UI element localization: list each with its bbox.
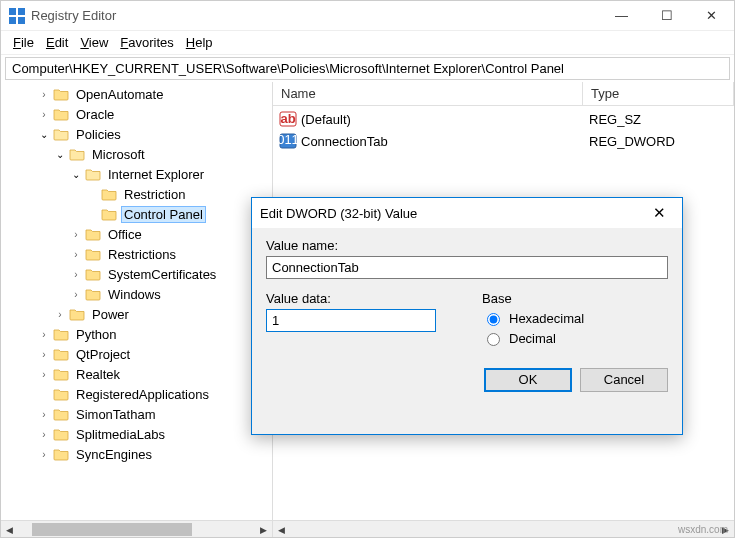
minimize-button[interactable]: — — [599, 1, 644, 31]
menu-file[interactable]: File — [9, 33, 38, 52]
tree-node-label: Control Panel — [121, 206, 206, 223]
close-window-button[interactable]: ✕ — [689, 1, 734, 31]
tree-node[interactable]: ›Restrictions — [5, 244, 272, 264]
chevron-right-icon[interactable]: › — [37, 429, 51, 440]
tree-node-label: SplitmediaLabs — [73, 426, 168, 443]
tree-node[interactable]: ⌄Microsoft — [5, 144, 272, 164]
watermark: wsxdn.com — [678, 524, 728, 535]
tree-node-label: QtProject — [73, 346, 133, 363]
menu-help[interactable]: Help — [182, 33, 217, 52]
menu-favorites[interactable]: Favorites — [116, 33, 177, 52]
chevron-right-icon[interactable]: › — [37, 409, 51, 420]
chevron-right-icon[interactable]: › — [69, 289, 83, 300]
tree-node[interactable]: ›Realtek — [5, 364, 272, 384]
menubar: File Edit View Favorites Help — [1, 31, 734, 55]
chevron-down-icon[interactable]: ⌄ — [53, 149, 67, 160]
chevron-right-icon[interactable]: › — [37, 109, 51, 120]
tree-node[interactable]: ›Power — [5, 304, 272, 324]
app-icon — [9, 8, 25, 24]
svg-text:ab: ab — [280, 111, 295, 126]
chevron-right-icon[interactable]: › — [37, 349, 51, 360]
radio-hexadecimal[interactable] — [487, 313, 500, 326]
window-title: Registry Editor — [31, 8, 599, 23]
scroll-left-icon[interactable]: ◀ — [273, 521, 290, 538]
chevron-right-icon[interactable]: › — [53, 309, 67, 320]
tree-node-label: SimonTatham — [73, 406, 158, 423]
tree-node[interactable]: ›Oracle — [5, 104, 272, 124]
column-type[interactable]: Type — [583, 82, 734, 105]
list-header: Name Type — [273, 82, 734, 106]
svg-rect-0 — [9, 8, 16, 15]
scroll-left-icon[interactable]: ◀ — [1, 521, 18, 538]
tree-node[interactable]: ›OpenAutomate — [5, 84, 272, 104]
tree-node-label: Power — [89, 306, 132, 323]
tree-node[interactable]: ›QtProject — [5, 344, 272, 364]
tree-node-label: Python — [73, 326, 119, 343]
dialog-close-button[interactable]: ✕ — [644, 204, 674, 222]
column-name[interactable]: Name — [273, 82, 583, 105]
tree-node[interactable]: RegisteredApplications — [5, 384, 272, 404]
radio-decimal[interactable] — [487, 333, 500, 346]
chevron-right-icon[interactable]: › — [37, 329, 51, 340]
horizontal-scrollbar: ◀ ▶ ◀ ▶ — [1, 520, 734, 537]
chevron-down-icon[interactable]: ⌄ — [69, 169, 83, 180]
list-row[interactable]: ab(Default)REG_SZ — [273, 108, 734, 130]
menu-view[interactable]: View — [76, 33, 112, 52]
value-name-label: Value name: — [266, 238, 668, 253]
menu-edit[interactable]: Edit — [42, 33, 72, 52]
tree-node[interactable]: ›Windows — [5, 284, 272, 304]
address-bar[interactable]: Computer\HKEY_CURRENT_USER\Software\Poli… — [5, 57, 730, 80]
tree-node[interactable]: ⌄Policies — [5, 124, 272, 144]
chevron-down-icon[interactable]: ⌄ — [37, 129, 51, 140]
tree-node[interactable]: ›Python — [5, 324, 272, 344]
radio-decimal-label: Decimal — [509, 331, 556, 346]
svg-rect-2 — [9, 17, 16, 24]
tree-node-label: RegisteredApplications — [73, 386, 212, 403]
chevron-right-icon[interactable]: › — [37, 449, 51, 460]
tree-node[interactable]: ›SimonTatham — [5, 404, 272, 424]
list-row[interactable]: 011ConnectionTabREG_DWORD — [273, 130, 734, 152]
svg-text:011: 011 — [279, 132, 297, 147]
tree-node-label: SyncEngines — [73, 446, 155, 463]
tree-node-label: Office — [105, 226, 145, 243]
svg-rect-3 — [18, 17, 25, 24]
value-data-label: Value data: — [266, 291, 452, 306]
value-name-input[interactable] — [266, 256, 668, 279]
base-fieldset: Base Hexadecimal Decimal — [482, 291, 668, 350]
chevron-right-icon[interactable]: › — [69, 229, 83, 240]
tree-node[interactable]: Control Panel — [5, 204, 272, 224]
tree-node-label: Restriction — [121, 186, 188, 203]
base-label: Base — [482, 291, 668, 306]
tree-node-label: Oracle — [73, 106, 117, 123]
tree-node[interactable]: ›Office — [5, 224, 272, 244]
tree-node[interactable]: ›SplitmediaLabs — [5, 424, 272, 444]
tree-node-label: Internet Explorer — [105, 166, 207, 183]
tree-node-label: Restrictions — [105, 246, 179, 263]
value-data-input[interactable] — [266, 309, 436, 332]
tree-view[interactable]: ›OpenAutomate›Oracle⌄Policies⌄Microsoft⌄… — [1, 82, 273, 521]
tree-node[interactable]: ›SystemCertificates — [5, 264, 272, 284]
scroll-track-tree[interactable] — [18, 521, 255, 537]
edit-dword-dialog: Edit DWORD (32-bit) Value ✕ Value name: … — [251, 197, 683, 435]
cancel-button[interactable]: Cancel — [580, 368, 668, 392]
tree-node[interactable]: ›SyncEngines — [5, 444, 272, 464]
chevron-right-icon[interactable]: › — [37, 369, 51, 380]
maximize-button[interactable]: ☐ — [644, 1, 689, 31]
row-name: ConnectionTab — [301, 134, 581, 149]
tree-node[interactable]: ⌄Internet Explorer — [5, 164, 272, 184]
chevron-right-icon[interactable]: › — [69, 269, 83, 280]
chevron-right-icon[interactable]: › — [69, 249, 83, 260]
scroll-right-icon[interactable]: ▶ — [255, 521, 272, 538]
row-type: REG_SZ — [581, 112, 641, 127]
tree-node-label: OpenAutomate — [73, 86, 166, 103]
scroll-track-list[interactable] — [290, 521, 717, 537]
tree-node[interactable]: Restriction — [5, 184, 272, 204]
row-name: (Default) — [301, 112, 581, 127]
radio-hexadecimal-label: Hexadecimal — [509, 311, 584, 326]
svg-rect-1 — [18, 8, 25, 15]
dialog-title: Edit DWORD (32-bit) Value — [260, 206, 644, 221]
tree-node-label: Realtek — [73, 366, 123, 383]
ok-button[interactable]: OK — [484, 368, 572, 392]
titlebar: Registry Editor — ☐ ✕ — [1, 1, 734, 31]
chevron-right-icon[interactable]: › — [37, 89, 51, 100]
